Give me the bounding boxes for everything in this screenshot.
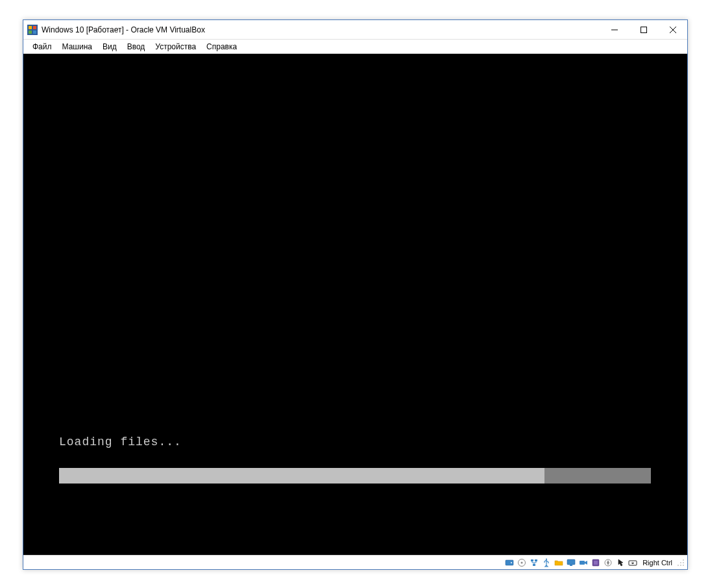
- menu-help[interactable]: Справка: [201, 41, 242, 53]
- svg-point-31: [677, 565, 679, 566]
- maximize-button[interactable]: [629, 20, 658, 39]
- progress-fill: [59, 468, 544, 484]
- display-icon[interactable]: [566, 557, 576, 568]
- shared-folders-icon[interactable]: [554, 557, 564, 568]
- menu-input[interactable]: Ввод: [122, 41, 151, 53]
- close-button[interactable]: [658, 20, 687, 39]
- menubar: Файл Машина Вид Ввод Устройства Справка: [23, 40, 687, 54]
- svg-point-33: [683, 565, 684, 566]
- mouse-capture-icon[interactable]: [615, 557, 626, 568]
- window-title: Windows 10 [Работает] - Oracle VM Virtua…: [42, 25, 205, 34]
- svg-rect-6: [641, 27, 646, 32]
- window-controls: [600, 20, 687, 39]
- svg-point-28: [683, 559, 684, 561]
- resize-grip-icon[interactable]: [677, 559, 685, 567]
- menu-devices[interactable]: Устройства: [150, 41, 201, 53]
- svg-point-29: [680, 562, 681, 563]
- svg-rect-1: [29, 26, 32, 29]
- menu-machine[interactable]: Машина: [57, 41, 97, 53]
- svg-rect-13: [531, 559, 533, 561]
- statusbar: Right Ctrl: [23, 555, 687, 569]
- menu-view[interactable]: Вид: [97, 41, 122, 53]
- svg-rect-2: [33, 26, 36, 29]
- optical-drive-icon[interactable]: [517, 557, 527, 568]
- svg-rect-15: [533, 564, 535, 566]
- svg-point-12: [521, 561, 523, 563]
- virtualbox-window: Windows 10 [Работает] - Oracle VM Virtua…: [23, 19, 688, 570]
- network-icon[interactable]: [529, 557, 539, 568]
- svg-rect-9: [506, 560, 513, 565]
- svg-rect-21: [567, 559, 575, 565]
- menu-file[interactable]: Файл: [27, 41, 57, 53]
- svg-rect-22: [570, 565, 572, 566]
- svg-rect-3: [29, 31, 32, 34]
- usb-icon[interactable]: [541, 557, 552, 568]
- minimize-button[interactable]: [600, 20, 629, 39]
- svg-point-30: [683, 562, 684, 563]
- host-key-icon[interactable]: [628, 557, 638, 568]
- progress-bar: [59, 468, 651, 484]
- titlebar[interactable]: Windows 10 [Работает] - Oracle VM Virtua…: [23, 20, 687, 40]
- svg-point-10: [511, 562, 512, 563]
- svg-rect-23: [580, 561, 585, 565]
- virtualbox-app-icon: [27, 25, 38, 35]
- svg-point-20: [546, 558, 547, 559]
- svg-rect-4: [33, 31, 36, 34]
- vm-display[interactable]: Loading files...: [23, 54, 687, 555]
- loading-text: Loading files...: [59, 435, 182, 448]
- recording-icon[interactable]: [578, 557, 589, 568]
- svg-point-32: [680, 565, 681, 566]
- audio-icon[interactable]: [591, 557, 601, 568]
- svg-rect-25: [594, 561, 598, 565]
- host-key-label: Right Ctrl: [642, 559, 672, 567]
- processor-icon[interactable]: [603, 557, 613, 568]
- hard-disk-icon[interactable]: [504, 557, 515, 568]
- svg-rect-14: [535, 559, 537, 561]
